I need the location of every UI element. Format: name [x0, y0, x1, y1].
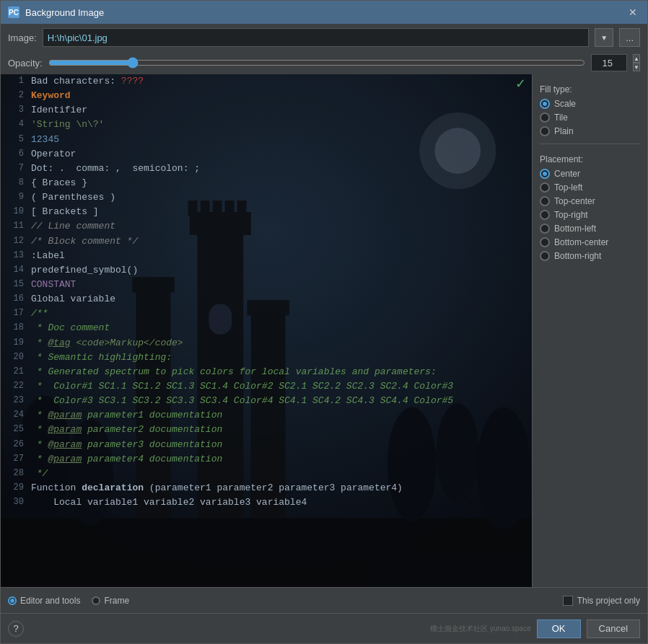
- code-line: 20 * Semantic highlighting:: [1, 350, 532, 365]
- frame-option[interactable]: Frame: [92, 596, 129, 606]
- code-line: 29 Function declaration (parameter1 para…: [1, 481, 532, 495]
- close-button[interactable]: ✕: [626, 5, 640, 19]
- code-line: 30 Local variable1 variable2 variable3 v…: [1, 495, 532, 510]
- code-line: 6 Operator: [1, 147, 532, 162]
- main-area: ✓ 1 Bad characters: ???? 2 Keyword 3 Ide…: [1, 74, 647, 587]
- this-project-only-checkbox[interactable]: [563, 596, 573, 606]
- help-button[interactable]: ?: [8, 621, 24, 637]
- code-line: 25 * @param parameter2 documentation: [1, 423, 532, 437]
- code-line: 26 * @param parameter3 documentation: [1, 438, 532, 452]
- image-row: Image: ▼ ...: [1, 24, 647, 51]
- code-line: 9 ( Parentheses ): [1, 190, 532, 205]
- fill-type-plain[interactable]: Plain: [540, 126, 640, 136]
- code-line: 27 * @param parameter4 documentation: [1, 452, 532, 467]
- placement-center-radio[interactable]: [540, 169, 550, 179]
- fill-type-tile[interactable]: Tile: [540, 113, 640, 123]
- opacity-down-button[interactable]: ▼: [633, 63, 640, 71]
- editor-tools-label: Editor and tools: [20, 596, 80, 606]
- code-line: 19 * @tag <code>Markup</code>: [1, 336, 532, 350]
- fill-type-scale-radio[interactable]: [540, 99, 550, 109]
- action-bar: ? 榴土掘金技术社区 yunao.space OK Cancel: [1, 613, 647, 643]
- placement-bottom-left[interactable]: Bottom-left: [540, 224, 640, 234]
- placement-top-center-radio[interactable]: [540, 196, 550, 206]
- code-line: 4 'String \n\?': [1, 118, 532, 132]
- image-path-input[interactable]: [43, 28, 589, 47]
- code-line: 3 Identifier: [1, 103, 532, 118]
- code-panel: ✓ 1 Bad characters: ???? 2 Keyword 3 Ide…: [1, 74, 532, 587]
- fill-type-group: Scale Tile Plain: [540, 99, 640, 136]
- dropdown-button[interactable]: ▼: [595, 28, 613, 47]
- code-line: 1 Bad characters: ????: [1, 74, 532, 89]
- placement-bottom-right[interactable]: Bottom-right: [540, 251, 640, 261]
- divider: [540, 144, 640, 144]
- code-line: 13 :Label: [1, 249, 532, 263]
- placement-group: Center Top-left Top-center Top-right Bot…: [540, 169, 640, 261]
- this-project-only-label: This project only: [577, 596, 640, 606]
- placement-label: Placement:: [540, 154, 640, 164]
- dialog-title: Background Image: [25, 7, 620, 18]
- fill-type-plain-radio[interactable]: [540, 126, 550, 136]
- fill-type-label: Fill type:: [540, 84, 640, 94]
- opacity-row: Opacity: ▲ ▼: [1, 51, 647, 74]
- placement-top-right-radio[interactable]: [540, 210, 550, 220]
- placement-bottom-left-radio[interactable]: [540, 224, 550, 234]
- code-line: 15 CONSTANT: [1, 278, 532, 292]
- placement-top-left[interactable]: Top-left: [540, 182, 640, 193]
- background-image-dialog: PC Background Image ✕ Image: ▼ ... Opaci…: [0, 0, 648, 644]
- code-content: 1 Bad characters: ???? 2 Keyword 3 Ident…: [1, 74, 532, 587]
- opacity-slider-container: [48, 56, 585, 70]
- code-line: 2 Keyword: [1, 89, 532, 103]
- placement-center[interactable]: Center: [540, 169, 640, 179]
- editor-tools-radio[interactable]: [8, 596, 17, 605]
- code-line: 5 12345: [1, 133, 532, 147]
- cancel-button[interactable]: Cancel: [587, 619, 640, 638]
- placement-top-center[interactable]: Top-center: [540, 196, 640, 206]
- code-line: 16 Global variable: [1, 292, 532, 306]
- fill-type-tile-radio[interactable]: [540, 113, 550, 123]
- code-line: 7 Dot: . comma: , semicolon: ;: [1, 162, 532, 176]
- placement-bottom-right-radio[interactable]: [540, 251, 550, 261]
- right-panel: Fill type: Scale Tile Plain Placement:: [532, 74, 647, 587]
- browse-button[interactable]: ...: [619, 28, 640, 47]
- code-line: 10 [ Brackets ]: [1, 205, 532, 219]
- bottom-bar: Editor and tools Frame This project only: [1, 587, 647, 613]
- title-bar: PC Background Image ✕: [1, 1, 647, 24]
- code-line: 23 * Color#3 SC3.1 SC3.2 SC3.3 SC3.4 Col…: [1, 394, 532, 408]
- code-line: 11 // Line comment: [1, 219, 532, 234]
- fill-type-scale[interactable]: Scale: [540, 99, 640, 109]
- opacity-up-button[interactable]: ▲: [633, 54, 640, 63]
- code-line: 28 */: [1, 467, 532, 481]
- placement-bottom-center-radio[interactable]: [540, 237, 550, 247]
- image-label: Image:: [8, 32, 37, 43]
- placement-top-left-radio[interactable]: [540, 182, 550, 193]
- code-line: 24 * @param parameter1 documentation: [1, 408, 532, 423]
- frame-label: Frame: [104, 596, 129, 606]
- editor-tools-option[interactable]: Editor and tools: [8, 596, 80, 606]
- ok-button[interactable]: OK: [537, 619, 581, 638]
- placement-top-right[interactable]: Top-right: [540, 210, 640, 220]
- code-line: 17 /**: [1, 306, 532, 321]
- dialog-icon: PC: [8, 6, 19, 18]
- code-line: 12 /* Block comment */: [1, 234, 532, 249]
- code-line: 18 * Doc comment: [1, 321, 532, 335]
- placement-bottom-center[interactable]: Bottom-center: [540, 237, 640, 247]
- code-line: 14 predefined_symbol(): [1, 263, 532, 278]
- code-line: 22 * Color#1 SC1.1 SC1.2 SC1.3 SC1.4 Col…: [1, 379, 532, 394]
- watermark-text: 榴土掘金技术社区 yunao.space: [283, 624, 530, 634]
- code-line: 8 { Braces }: [1, 176, 532, 190]
- opacity-label: Opacity:: [8, 58, 43, 69]
- this-project-only-option[interactable]: This project only: [563, 596, 640, 606]
- opacity-slider[interactable]: [48, 57, 585, 69]
- opacity-input[interactable]: [591, 54, 627, 71]
- frame-radio[interactable]: [92, 596, 100, 605]
- code-line: 21 * Generated spectrum to pick colors f…: [1, 365, 532, 379]
